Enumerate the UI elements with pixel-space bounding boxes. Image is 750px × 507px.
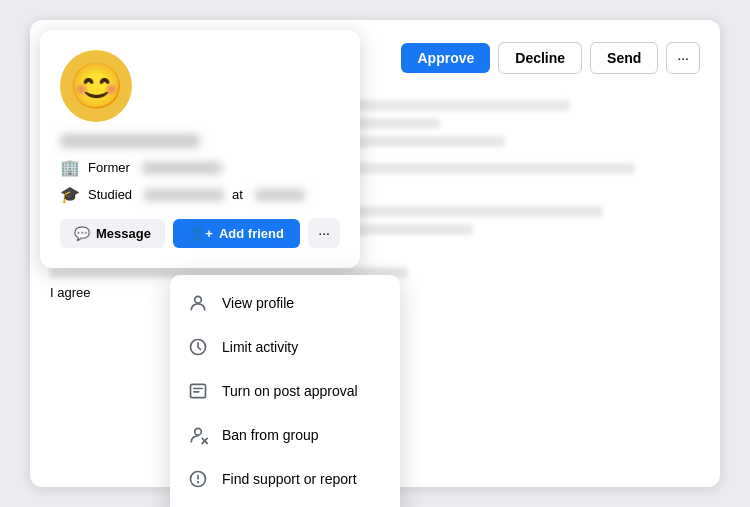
dropdown-item-block[interactable]: Block (170, 501, 400, 507)
profile-former-row: 🏢 Former (60, 158, 340, 177)
svg-point-0 (195, 296, 202, 303)
profile-studied-row: 🎓 Studied at (60, 185, 340, 204)
ban-from-group-icon (186, 423, 210, 447)
approve-button[interactable]: Approve (401, 43, 490, 73)
find-support-or-report-icon (186, 467, 210, 491)
dropdown-item-turn-on-post-approval[interactable]: Turn on post approval (170, 369, 400, 413)
turn-on-post-approval-icon (186, 379, 210, 403)
avatar-emoji: 😊 (69, 64, 124, 108)
profile-name (60, 134, 200, 148)
dropdown-item-view-profile[interactable]: View profile (170, 281, 400, 325)
limit-activity-label: Limit activity (222, 339, 298, 355)
add-friend-icon: 👤+ (189, 226, 213, 241)
education-icon: 🎓 (60, 185, 80, 204)
profile-info: 🏢 Former 🎓 Studied at (60, 134, 340, 204)
at-label: at (232, 187, 243, 202)
former-label: Former (88, 160, 130, 175)
add-friend-button[interactable]: 👤+ Add friend (173, 219, 300, 248)
dropdown-item-ban-from-group[interactable]: Ban from group (170, 413, 400, 457)
view-profile-icon (186, 291, 210, 315)
svg-point-10 (198, 482, 199, 483)
limit-activity-icon (186, 335, 210, 359)
profile-buttons: 💬 Message 👤+ Add friend ··· (60, 218, 340, 248)
find-support-or-report-label: Find support or report (222, 471, 357, 487)
message-label: Message (96, 226, 151, 241)
profile-avatar: 😊 (60, 50, 132, 122)
message-button[interactable]: 💬 Message (60, 219, 165, 248)
school-location (255, 189, 305, 201)
dropdown-item-find-support-or-report[interactable]: Find support or report (170, 457, 400, 501)
add-friend-label: Add friend (219, 226, 284, 241)
messenger-icon: 💬 (74, 226, 90, 241)
send-button[interactable]: Send (590, 42, 658, 74)
turn-on-post-approval-label: Turn on post approval (222, 383, 358, 399)
dropdown-menu: View profile Limit activity Turn on post… (170, 275, 400, 507)
more-button-profile[interactable]: ··· (308, 218, 340, 248)
view-profile-label: View profile (222, 295, 294, 311)
svg-point-5 (195, 428, 202, 435)
studied-label: Studied (88, 187, 132, 202)
ban-from-group-label: Ban from group (222, 427, 319, 443)
former-company (142, 162, 222, 174)
decline-button[interactable]: Decline (498, 42, 582, 74)
school-name (144, 189, 224, 201)
more-button-bg[interactable]: ··· (666, 42, 700, 74)
work-icon: 🏢 (60, 158, 80, 177)
bg-action-buttons: Approve Decline Send ··· (401, 42, 700, 74)
dropdown-item-limit-activity[interactable]: Limit activity (170, 325, 400, 369)
profile-card: 😊 🏢 Former 🎓 Studied at 💬 Message 👤+ Add… (40, 30, 360, 268)
